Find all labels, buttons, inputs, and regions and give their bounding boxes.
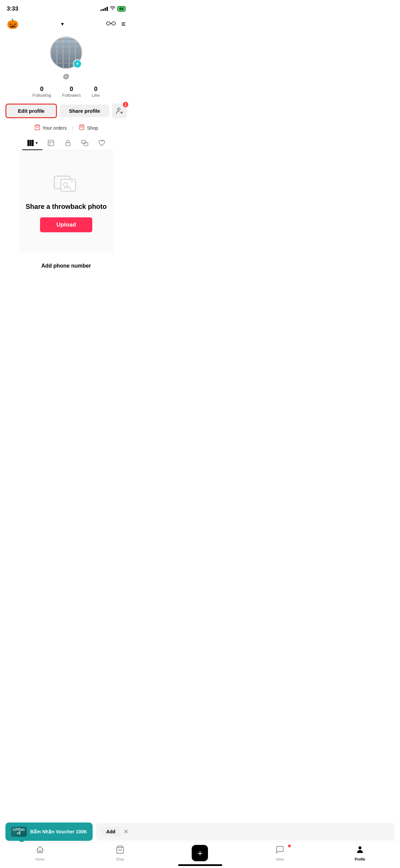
top-nav: 🎃 ▾ ≡ bbox=[0, 15, 132, 33]
username-row: @ bbox=[63, 73, 69, 80]
svg-rect-5 bbox=[30, 140, 31, 146]
at-symbol-icon: @ bbox=[63, 73, 69, 80]
likes-label: Like bbox=[92, 93, 100, 98]
svg-rect-1 bbox=[112, 22, 115, 25]
wifi-icon bbox=[110, 6, 115, 12]
orders-row: Your orders | Shop bbox=[34, 122, 98, 136]
nav-chevron-down-icon: ▾ bbox=[61, 21, 64, 27]
stats-row: 0 Following 0 Followers 0 Like bbox=[0, 86, 132, 98]
likes-count: 0 bbox=[94, 86, 97, 93]
add-avatar-button[interactable]: + bbox=[73, 59, 82, 68]
hamburger-menu-icon[interactable]: ≡ bbox=[121, 20, 126, 29]
content-tabs: ▾ bbox=[19, 136, 114, 150]
upload-button[interactable]: Upload bbox=[40, 217, 92, 232]
profile-section: + @ 0 Following 0 Followers 0 Like Edit … bbox=[0, 33, 132, 344]
followers-stat[interactable]: 0 Followers bbox=[62, 86, 81, 98]
shop-link[interactable]: Shop bbox=[79, 124, 98, 132]
tab-grid[interactable]: ▾ bbox=[22, 136, 42, 150]
nav-center[interactable]: ▾ bbox=[61, 21, 64, 27]
signal-icon bbox=[100, 7, 108, 11]
svg-rect-12 bbox=[61, 179, 75, 191]
action-buttons: Edit profile Share profile 1 bbox=[0, 103, 132, 118]
svg-point-14 bbox=[71, 181, 73, 182]
add-friend-button[interactable]: 1 bbox=[112, 103, 127, 118]
followers-count: 0 bbox=[70, 86, 73, 93]
phone-banner-section: Add phone number bbox=[36, 256, 97, 276]
svg-rect-4 bbox=[27, 140, 30, 146]
following-count: 0 bbox=[40, 86, 43, 93]
follow-notification-badge: 1 bbox=[123, 102, 128, 107]
cart-icon bbox=[34, 124, 40, 132]
content-area: Share a throwback photo Upload bbox=[19, 150, 114, 253]
tab-collab[interactable] bbox=[76, 136, 93, 150]
svg-rect-6 bbox=[32, 140, 34, 146]
svg-point-2 bbox=[118, 108, 120, 110]
shop-icon bbox=[79, 124, 85, 132]
share-profile-button[interactable]: Share profile bbox=[60, 105, 109, 117]
status-time: 3:33 bbox=[7, 5, 18, 12]
tab-liked[interactable] bbox=[93, 136, 110, 150]
svg-rect-8 bbox=[66, 143, 70, 146]
followers-label: Followers bbox=[62, 93, 81, 98]
status-icons: 69 bbox=[100, 6, 126, 12]
svg-rect-0 bbox=[107, 22, 110, 25]
phone-banner-title: Add phone number bbox=[41, 263, 91, 269]
divider: | bbox=[72, 125, 74, 131]
throwback-icon bbox=[53, 171, 80, 196]
shop-label: Shop bbox=[87, 125, 98, 131]
your-orders-link[interactable]: Your orders bbox=[34, 124, 67, 132]
throwback-title: Share a throwback photo bbox=[26, 203, 107, 211]
svg-rect-7 bbox=[48, 140, 54, 146]
avatar-container: + bbox=[50, 36, 82, 69]
status-bar: 3:33 69 bbox=[0, 0, 132, 15]
following-label: Following bbox=[33, 93, 51, 98]
your-orders-label: Your orders bbox=[42, 125, 67, 131]
nav-right-icons: ≡ bbox=[106, 20, 126, 29]
glasses-icon[interactable] bbox=[106, 20, 116, 29]
profile-emoji: 🎃 bbox=[7, 18, 19, 30]
tab-shop-videos[interactable] bbox=[42, 136, 59, 150]
tab-chevron-icon: ▾ bbox=[36, 141, 38, 145]
likes-stat[interactable]: 0 Like bbox=[92, 86, 100, 98]
following-stat[interactable]: 0 Following bbox=[33, 86, 51, 98]
tab-locked[interactable] bbox=[59, 136, 76, 150]
battery-icon: 69 bbox=[117, 6, 126, 12]
edit-profile-button[interactable]: Edit profile bbox=[5, 104, 57, 118]
